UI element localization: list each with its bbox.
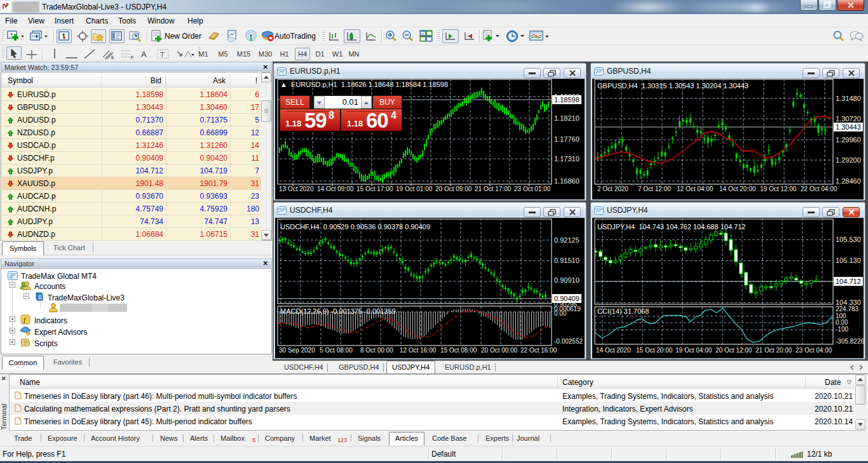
svg-text:E: E	[111, 55, 114, 60]
svg-text:F: F	[131, 55, 133, 60]
svg-text:T: T	[160, 51, 165, 58]
